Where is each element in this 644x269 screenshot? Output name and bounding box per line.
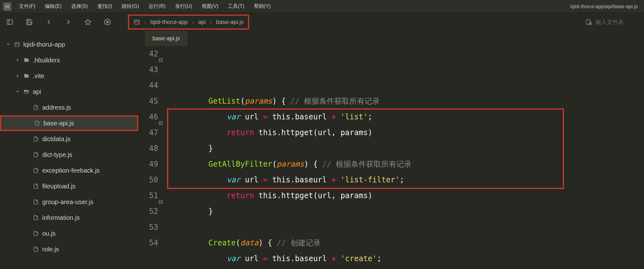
menu-item[interactable]: 工具(T) — [226, 2, 246, 11]
chevron-right-icon: › — [210, 20, 212, 25]
tree-item-label: dictdata.js — [42, 135, 71, 143]
line-number[interactable]: 53 — [139, 219, 158, 235]
tree-folder-api[interactable]: api — [0, 84, 138, 100]
code-line[interactable] — [172, 219, 644, 235]
chevron-down-icon[interactable] — [6, 43, 11, 46]
tree-file[interactable]: dictdata.js — [0, 131, 138, 147]
breadcrumb: › lqidi-thorui-app › api › base-api.js — [128, 14, 249, 30]
line-number[interactable]: 48 — [139, 140, 158, 156]
favorite-button[interactable] — [83, 17, 93, 27]
menubar: H 文件(F)编辑(E)选择(S)查找(I)跳转(G)运行(R)发行(U)视图(… — [0, 0, 644, 13]
menu-item[interactable]: 运行(R) — [147, 2, 167, 11]
tree-item-label: information.js — [42, 214, 80, 221]
tree-file[interactable]: information.js — [0, 210, 138, 226]
tree-item-label: address.js — [42, 104, 71, 111]
run-button[interactable] — [102, 17, 113, 27]
line-number[interactable]: 50 — [139, 172, 158, 188]
menu-item[interactable]: 选择(S) — [69, 2, 90, 11]
line-number[interactable]: 54 — [139, 235, 158, 251]
tree-folder[interactable]: .hbuilderx — [0, 52, 138, 68]
code-editor[interactable]: 42434445464748495051525354 GetList(param… — [139, 46, 644, 269]
fold-icon[interactable] — [159, 115, 163, 118]
breadcrumb-part[interactable]: base-api.js — [216, 19, 244, 26]
tree-item-label: dict-type.js — [42, 151, 72, 158]
tree-item-label: .hbuilderx — [33, 57, 60, 64]
line-number[interactable]: 52 — [139, 203, 158, 219]
save-button[interactable] — [24, 17, 35, 27]
menu-item[interactable]: 视图(V) — [200, 2, 220, 11]
svg-marker-2 — [85, 19, 91, 25]
file-icon — [33, 215, 39, 220]
fold-icon[interactable] — [159, 193, 163, 197]
folder-open-icon — [23, 89, 30, 94]
nav-back-button[interactable] — [43, 17, 54, 27]
tree-item-label: lqidi-thorui-app — [23, 41, 65, 48]
chevron-right-icon: › — [144, 20, 146, 25]
line-number[interactable]: 45 — [139, 93, 158, 109]
file-icon — [33, 105, 39, 110]
breadcrumb-part[interactable]: api — [198, 19, 206, 26]
menu-item[interactable]: 发行(U) — [173, 2, 194, 11]
nav-forward-button[interactable] — [63, 17, 74, 27]
tree-file[interactable]: dict-type.js — [0, 147, 138, 163]
app-logo-icon: H — [3, 3, 11, 11]
svg-rect-0 — [7, 20, 13, 25]
line-number[interactable]: 42 — [139, 46, 158, 62]
line-number[interactable]: 51 — [139, 188, 158, 203]
tree-file[interactable]: role.js — [0, 241, 138, 257]
line-number[interactable]: 46 — [139, 109, 158, 125]
code-line[interactable]: return this.httppost(url, data) — [172, 266, 644, 269]
file-icon — [33, 168, 39, 173]
code-line[interactable]: var url = this.baseurl + 'create'; — [172, 251, 644, 266]
tab-base-api[interactable]: base-api.js — [145, 31, 187, 46]
code-line[interactable]: return this.httpget(url, params) — [172, 188, 644, 203]
tree-item-label: base-api.js — [43, 120, 74, 127]
sidebar-toggle-button[interactable] — [4, 17, 15, 27]
file-icon — [33, 199, 39, 205]
svg-line-9 — [591, 24, 592, 25]
line-number[interactable]: 47 — [139, 125, 158, 140]
search-input[interactable] — [595, 19, 640, 26]
svg-rect-10 — [15, 43, 19, 46]
tree-item-label: group-area-user.js — [42, 198, 93, 206]
tree-file[interactable]: group-area-user.js — [0, 194, 138, 210]
line-number[interactable]: 43 — [139, 62, 158, 77]
folder-icon — [23, 57, 30, 63]
chevron-right-icon[interactable] — [15, 58, 20, 62]
file-explorer: lqidi-thorui-app.hbuilderx.viteapiaddres… — [0, 31, 139, 269]
tree-item-label: fileupload.js — [42, 183, 76, 190]
fold-icon[interactable] — [159, 52, 163, 55]
tree-file[interactable]: fileupload.js — [0, 178, 138, 194]
tree-file[interactable]: ou.js — [0, 226, 138, 241]
code-line[interactable]: } — [172, 203, 644, 219]
menu-item[interactable]: 查找(I) — [95, 2, 114, 11]
menu-item[interactable]: 跳转(G) — [120, 2, 141, 11]
highlight-region — [167, 108, 564, 189]
menu-item[interactable]: 帮助(Y) — [252, 2, 273, 11]
svg-marker-4 — [107, 21, 109, 23]
line-number[interactable]: 44 — [139, 77, 158, 93]
tree-folder[interactable]: .vite — [0, 68, 138, 84]
line-number[interactable]: 49 — [139, 156, 158, 172]
editor-tabs: base-api.js — [139, 31, 644, 46]
title-path: lqidi-thorui-app/api/base-api.js — [571, 4, 641, 9]
code-line[interactable]: Create(data) { // 创建记录 — [172, 235, 644, 251]
file-icon — [33, 136, 39, 142]
menu-item[interactable]: 文件(F) — [17, 2, 37, 11]
tree-file[interactable]: address.js — [0, 100, 138, 115]
tree-item-label: exception-feeback.js — [42, 167, 100, 174]
chevron-right-icon[interactable] — [15, 74, 20, 78]
tree-file[interactable]: base-api.js — [0, 115, 138, 131]
tree-root[interactable]: lqidi-thorui-app — [0, 37, 138, 52]
menu-item[interactable]: 编辑(E) — [43, 2, 63, 11]
tree-file[interactable]: exception-feeback.js — [0, 163, 138, 178]
code-line[interactable]: GetList(params) { // 根据条件获取所有记录 — [172, 93, 644, 109]
project-icon — [14, 42, 20, 47]
chevron-down-icon[interactable] — [15, 90, 20, 94]
tree-item-label: role.js — [42, 246, 59, 253]
file-icon — [33, 246, 39, 252]
file-icon — [33, 231, 39, 236]
tree-item-label: ou.js — [42, 230, 55, 237]
breadcrumb-part[interactable]: lqidi-thorui-app — [150, 19, 188, 26]
tree-item-label: .vite — [33, 72, 44, 80]
